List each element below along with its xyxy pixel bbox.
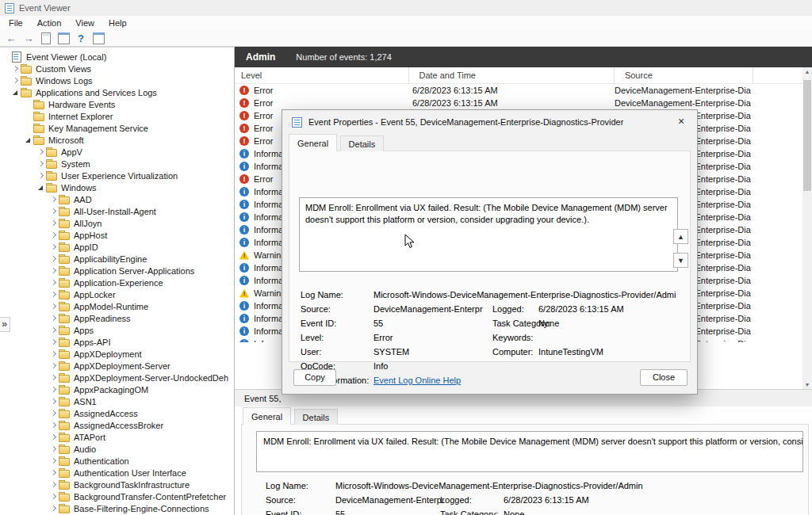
- expand-arrow-icon[interactable]: [11, 64, 21, 74]
- expand-arrow-icon[interactable]: [11, 88, 21, 97]
- tree-item[interactable]: Application-Experience: [0, 277, 234, 288]
- tree-item[interactable]: Authentication: [0, 455, 234, 467]
- tree-item[interactable]: AppXDeployment-Server-UndockedDeh: [0, 372, 234, 383]
- menu-item[interactable]: Action: [30, 16, 69, 30]
- expand-arrow-icon[interactable]: [49, 433, 59, 442]
- tree-item[interactable]: Hardware Events: [0, 98, 234, 110]
- event-list-scrollbar[interactable]: ▲ ▼: [802, 67, 812, 389]
- tree-item[interactable]: Base-Filtering-Engine-Connections: [0, 502, 234, 514]
- tree-item[interactable]: Application Server-Applications: [0, 265, 234, 277]
- expand-arrow-icon[interactable]: [49, 254, 59, 264]
- expand-arrow-icon[interactable]: [49, 349, 59, 359]
- document-icon[interactable]: [38, 31, 54, 45]
- tree-item[interactable]: ATAPort: [0, 431, 234, 443]
- tree-item[interactable]: Windows Logs: [0, 74, 234, 86]
- tree-item[interactable]: Authentication User Interface: [0, 467, 234, 479]
- expand-arrow-icon[interactable]: [49, 278, 59, 288]
- copy-button[interactable]: Copy: [293, 369, 336, 386]
- tree-item[interactable]: ApplicabilityEngine: [0, 253, 234, 265]
- tree-item[interactable]: BackgroundTaskInfrastructure: [0, 479, 234, 490]
- tree-item[interactable]: AppHost: [0, 229, 234, 241]
- expand-arrow-icon[interactable]: [36, 171, 46, 181]
- expand-arrow-icon[interactable]: [49, 207, 59, 216]
- tab[interactable]: Details: [340, 135, 385, 151]
- event-row[interactable]: Error 6/28/2023 6:13:15 AM DeviceManagem…: [235, 84, 802, 97]
- tree-item[interactable]: AllJoyn: [0, 217, 234, 229]
- expand-arrow-icon[interactable]: [49, 421, 59, 430]
- tree-item[interactable]: AssignedAccessBroker: [0, 419, 234, 431]
- tree-item[interactable]: Apps: [0, 324, 234, 336]
- tree-item[interactable]: All-User-Install-Agent: [0, 205, 234, 217]
- expand-arrow-icon[interactable]: [36, 159, 46, 169]
- menu-item[interactable]: Help: [102, 16, 134, 30]
- tree-item[interactable]: AppXDeployment-Server: [0, 360, 234, 372]
- tree-item[interactable]: AppXDeployment: [0, 348, 234, 360]
- tab[interactable]: Details: [294, 409, 339, 425]
- tab[interactable]: General: [243, 407, 291, 425]
- expand-arrow-icon[interactable]: [49, 302, 59, 311]
- expand-arrow-icon[interactable]: [49, 397, 59, 406]
- expand-arrow-icon[interactable]: [36, 147, 46, 157]
- tree-item[interactable]: AppV: [0, 146, 234, 158]
- next-event-button[interactable]: ▼: [673, 253, 688, 268]
- column-header[interactable]: Date and Time: [412, 67, 615, 84]
- expand-arrow-icon[interactable]: [11, 76, 21, 86]
- expand-arrow-icon[interactable]: [36, 183, 46, 193]
- expand-arrow-icon[interactable]: [49, 504, 59, 513]
- tree-item[interactable]: User Experience Virtualization: [0, 170, 234, 181]
- close-icon[interactable]: ×: [673, 113, 689, 129]
- expand-arrow-icon[interactable]: [49, 444, 59, 454]
- collapse-tree-chevrons-icon[interactable]: »: [0, 317, 10, 332]
- expand-arrow-icon[interactable]: [49, 361, 59, 371]
- window-titlebar[interactable]: Event Viewer: [0, 0, 812, 16]
- tree-item[interactable]: AssignedAccess: [0, 407, 234, 419]
- tree-item[interactable]: Windows: [0, 181, 234, 193]
- tree-item[interactable]: Key Management Service: [0, 122, 234, 134]
- tree-item[interactable]: Event Viewer (Local): [0, 51, 234, 63]
- column-header[interactable]: Source: [619, 67, 753, 84]
- help-icon[interactable]: ?: [73, 31, 89, 45]
- expand-arrow-icon[interactable]: [49, 468, 59, 478]
- expand-arrow-icon[interactable]: [49, 314, 59, 323]
- tree-item[interactable]: AppID: [0, 241, 234, 253]
- tree-item[interactable]: AppReadiness: [0, 312, 234, 324]
- expand-arrow-icon[interactable]: [49, 373, 59, 383]
- forward-icon[interactable]: →: [21, 31, 36, 45]
- expand-arrow-icon[interactable]: [49, 409, 59, 418]
- tree-item[interactable]: Apps-API: [0, 336, 234, 348]
- back-icon[interactable]: ←: [3, 31, 19, 45]
- menu-item[interactable]: File: [2, 16, 30, 30]
- tree-item[interactable]: Custom Views: [0, 63, 234, 74]
- expand-arrow-icon[interactable]: [49, 456, 59, 466]
- menu-item[interactable]: View: [68, 16, 102, 30]
- expand-arrow-icon[interactable]: [49, 385, 59, 395]
- expand-arrow-icon[interactable]: [49, 195, 59, 204]
- tree-item[interactable]: BackgroundTransfer-ContentPrefetcher: [0, 490, 234, 502]
- close-button[interactable]: Close: [640, 369, 688, 386]
- tree-item[interactable]: AppxPackagingOM: [0, 383, 234, 395]
- tab[interactable]: General: [289, 134, 337, 151]
- expand-arrow-icon[interactable]: [24, 135, 33, 145]
- scrollbar-thumb[interactable]: [803, 80, 811, 191]
- scroll-down-icon[interactable]: ▼: [802, 382, 812, 387]
- tree-item[interactable]: ASN1: [0, 395, 234, 407]
- event-row[interactable]: Error 6/28/2023 6:13:15 AM DeviceManagem…: [235, 97, 802, 109]
- column-header[interactable]: Level: [235, 67, 409, 84]
- expand-arrow-icon[interactable]: [49, 266, 59, 276]
- tree-item[interactable]: Applications and Services Logs: [0, 86, 234, 98]
- previous-event-button[interactable]: ▲: [673, 229, 688, 244]
- show-pane-icon[interactable]: [90, 31, 106, 45]
- tree-item[interactable]: Microsoft: [0, 134, 234, 146]
- tree-item[interactable]: AppModel-Runtime: [0, 300, 234, 312]
- expand-arrow-icon[interactable]: [49, 326, 59, 335]
- tree-item[interactable]: AppLocker: [0, 288, 234, 300]
- expand-arrow-icon[interactable]: [49, 242, 59, 252]
- expand-arrow-icon[interactable]: [49, 492, 59, 502]
- expand-arrow-icon[interactable]: [49, 480, 59, 490]
- scroll-up-icon[interactable]: ▲: [802, 69, 812, 74]
- expand-arrow-icon[interactable]: [49, 290, 59, 299]
- field-value[interactable]: Event Log Online Help: [373, 373, 461, 387]
- tree-item[interactable]: AAD: [0, 193, 234, 205]
- expand-arrow-icon[interactable]: [49, 338, 59, 347]
- console-window-icon[interactable]: [56, 31, 71, 45]
